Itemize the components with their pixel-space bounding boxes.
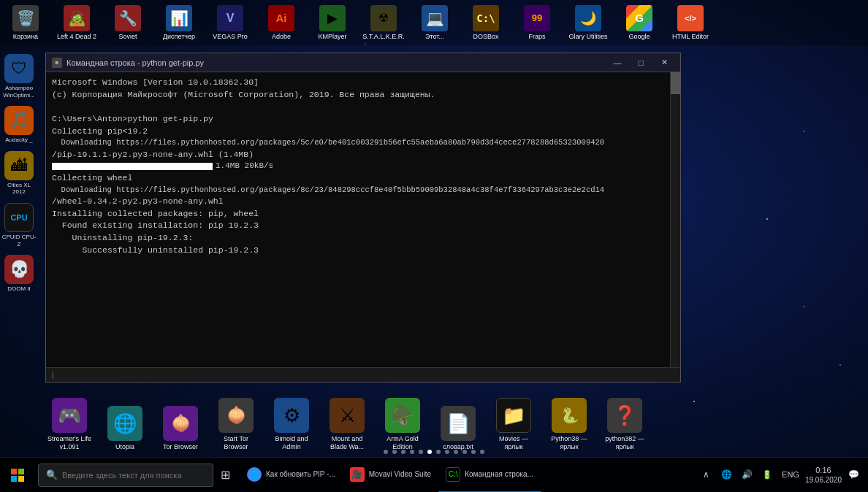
taskbar-btn-cmd[interactable]: C:\ Командная строка... (438, 458, 541, 493)
taskbar-icon-left4dead2[interactable]: 🧟 Left 4 Dead 2 (51, 4, 102, 42)
sidebar-icon-doom2[interactable]: 💀 DOOM II (1, 255, 37, 293)
sidebar-icon-label-cpuid: CPUID CPU-Z (1, 234, 37, 247)
cmd-statusbar-cursor: | (52, 372, 53, 379)
cmd-scrollbar-thumb[interactable] (671, 72, 680, 94)
tray-battery-icon[interactable]: 🔋 (758, 466, 776, 483)
desktop-icon-label-utopia: Utopia (115, 443, 134, 451)
tray-notification-icon[interactable]: 💬 (845, 466, 862, 483)
task-dot-7 (436, 450, 441, 454)
dosbox-icon: C:\ (473, 5, 499, 31)
python382-icon: ❓ (607, 398, 642, 433)
desktop-icon-utopia[interactable]: 🌐 Utopia (99, 403, 151, 454)
cmd-titlebar-icon: ■ (52, 58, 62, 68)
sidebar: 🛡 Ashampoo WinOptimi... 🎵 Audacity _ 🏙 C… (0, 51, 38, 293)
sidebar-icon-citiesxl[interactable]: 🏙 Cities XL 2012 (1, 151, 37, 196)
desktop-icon-start-tor[interactable]: 🧅 Start Tor Browser (210, 395, 262, 454)
cmd-line-6: Downloading https://files.pythonhosted.o… (52, 137, 674, 148)
top-taskbar: 🗑️ Корзина 🧟 Left 4 Dead 2 🔧 Soviet 📊 Ди… (0, 0, 868, 45)
taskbar-icon-label-glary: Glary Utilities (568, 33, 607, 41)
sidebar-icon-ashampoo[interactable]: 🛡 Ashampoo WinOptimi... (1, 54, 37, 99)
tray-time-value: 0:16 (815, 465, 831, 475)
taskbar-icon-glary[interactable]: 🌙 Glary Utilities (563, 4, 614, 42)
cmd-line-12: Found existing installation: pip 19.2.3 (52, 220, 674, 232)
tray-volume-icon[interactable]: 🔊 (738, 466, 755, 483)
taskbar-icon-kmplayer[interactable]: ▶ KMPlayer (307, 4, 358, 42)
taskbar-icon-stalker[interactable]: ☢ S.T.A.L.K.E.R. (358, 4, 409, 42)
task-dot-11 (471, 450, 476, 454)
tray-clock[interactable]: 0:16 19.06.2020 (805, 465, 842, 485)
taskbar-icon-label-kmplayer: KMPlayer (318, 33, 346, 41)
sidebar-icon-audacity[interactable]: 🎵 Audacity _ (1, 106, 37, 144)
streamers-life-icon: 🎮 (52, 398, 87, 433)
cmd-statusbar: | (46, 367, 680, 382)
taskbar-icon-vegas[interactable]: V VEGAS Pro (205, 4, 256, 42)
taskbar-icon-fraps[interactable]: 99 Fraps (511, 4, 563, 42)
left4dead2-icon: 🧟 (64, 5, 90, 31)
cmd-minimize-button[interactable]: — (607, 56, 628, 69)
start-button[interactable] (0, 458, 35, 493)
glary-icon: 🌙 (575, 5, 601, 31)
desktop-icon-arma-gold[interactable]: 🪖 ArmA Gold Edition (377, 395, 428, 454)
soviet-icon: 🔧 (115, 5, 141, 31)
desktop-icon-movies[interactable]: 📁 Movies — ярлык (488, 395, 539, 454)
stalker-icon: ☢ (370, 5, 397, 31)
task-dot-3 (401, 450, 406, 454)
adobe-icon: Ai (268, 5, 294, 31)
desktop-icon-bimoid[interactable]: ⚙ Bimoid and Admin (266, 395, 317, 454)
audacity-icon: 🎵 (4, 106, 34, 135)
search-input[interactable] (62, 471, 205, 480)
taskbar-btn-label-cmd: Командная строка... (465, 470, 533, 478)
desktop-icon-tor-browser[interactable]: 🧅 Tor Browser (155, 403, 206, 454)
task-dot-8 (445, 450, 449, 454)
sidebar-icon-label-audacity: Audacity _ (5, 137, 32, 144)
desktop-icon-label-arma-gold: ArmA Gold Edition (380, 435, 425, 451)
vegas-icon: V (217, 5, 243, 31)
thispc-icon: 💻 (422, 5, 448, 31)
taskbar-icon-thispc[interactable]: 💻 Этот... (409, 4, 460, 42)
taskbar-icon-label-soviet: Soviet (118, 33, 137, 41)
task-dots (384, 450, 484, 454)
cmd-line-11: Installing collected packages: pip, whee… (52, 208, 674, 220)
html-editor-icon: </> (677, 5, 704, 31)
sidebar-icon-cpuid[interactable]: CPU CPUID CPU-Z (1, 203, 37, 247)
sidebar-icon-label-doom2: DOOM II (7, 285, 31, 293)
bimoid-icon: ⚙ (274, 398, 309, 433)
citiesxl-icon: 🏙 (4, 151, 34, 180)
task-view-button[interactable]: ⊞ (216, 466, 234, 484)
desktop-icon-python38[interactable]: 🐍 Python38 — ярлык (544, 395, 595, 454)
taskbar-icon-label-recycle: Корзина (13, 33, 38, 41)
desktop: 🗑️ Корзина 🧟 Left 4 Dead 2 🔧 Soviet 📊 Ди… (0, 0, 868, 492)
cmd-maximize-button[interactable]: □ (631, 56, 651, 69)
cmd-close-button[interactable]: ✕ (654, 56, 674, 69)
tray-hidden-icons[interactable]: ∧ (697, 466, 715, 483)
bottom-taskbar: 🔍 ⊞ 🌐 Как обновить PIP -... 🎥 Movavi Vid… (0, 457, 868, 492)
taskbar-icon-google[interactable]: G Google (614, 4, 665, 42)
cpuid-icon: CPU (4, 203, 34, 232)
taskbar-btn-update-pip[interactable]: 🌐 Как обновить PIP -... (240, 458, 343, 493)
search-bar[interactable]: 🔍 (38, 464, 213, 487)
taskbar-icon-dosbox[interactable]: C:\ DOSBox (460, 4, 511, 42)
start-tor-icon: 🧅 (218, 398, 254, 433)
desktop-icon-slovar[interactable]: 📄 словар.txt (433, 403, 484, 454)
task-dot-5 (419, 450, 423, 454)
cmd-scrollbar[interactable] (670, 72, 680, 367)
taskbar-icon-dispatcher[interactable]: 📊 Диспетчер (153, 4, 205, 42)
taskbar-icon-label-fraps: Fraps (528, 33, 545, 41)
tray-lang[interactable]: ENG (779, 470, 802, 479)
task-dot-10 (462, 450, 467, 454)
cmd-body[interactable]: Microsoft Windows [Version 10.0.18362.30… (46, 72, 680, 367)
taskbar-icon-label-html-editor: HTML Editor (672, 33, 709, 41)
task-dot-6 (427, 450, 432, 454)
taskbar-btn-movavi[interactable]: 🎥 Movavi Video Suite (343, 458, 438, 493)
desktop-icon-streamers-life[interactable]: 🎮 Streamer's Life v1.091 (44, 395, 95, 454)
tray-network-icon[interactable]: 🌐 (717, 466, 735, 483)
cmd-line-1: Microsoft Windows [Version 10.0.18362.30… (52, 77, 674, 89)
desktop-icon-python382[interactable]: ❓ python382 — ярлык (599, 395, 650, 454)
cmd-line-5: Collecting pip<19.2 (52, 126, 674, 138)
desktop-icon-mount-blade[interactable]: ⚔ Mount and Blade Wa... (321, 395, 373, 454)
taskbar-icon-soviet[interactable]: 🔧 Soviet (102, 4, 153, 42)
update-pip-icon: 🌐 (247, 467, 262, 482)
taskbar-icon-recycle[interactable]: 🗑️ Корзина (0, 4, 51, 42)
taskbar-icon-adobe[interactable]: Ai Adobe (256, 4, 307, 42)
taskbar-icon-html-editor[interactable]: </> HTML Editor (665, 4, 716, 42)
